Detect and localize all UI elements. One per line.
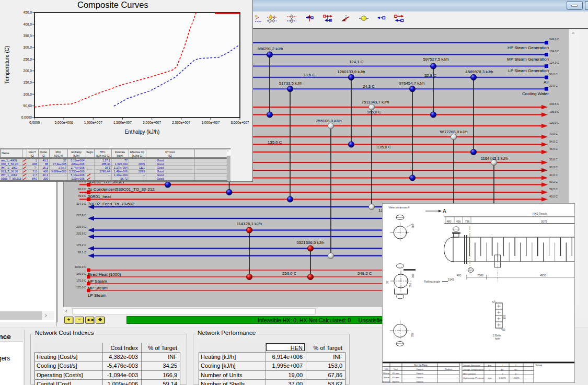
svg-text:0,0000: 0,0000 [21,115,32,119]
svg-text:Vapour: Vapour [416,372,423,375]
svg-text:70E02_Feed_To_70-502: 70E02_Feed_To_70-502 [88,202,135,206]
svg-text:100: 100 [384,368,388,370]
svg-text:90,0 C: 90,0 C [549,73,558,76]
svg-text:209,9 C: 209,9 C [76,225,86,228]
svg-text:Design Temperature: Design Temperature [463,368,484,371]
svg-text:33,6 C: 33,6 C [303,73,315,77]
svg-text:Cooling Water: Cooling Water [522,91,549,96]
svg-text:45 mm: 45 mm [392,372,399,375]
svg-text:59,5 C: 59,5 C [549,188,558,191]
svg-text:30°: 30° [501,368,504,371]
svg-text:MP Steam: MP Steam [88,286,108,290]
svg-text:HP Steam Generation: HP Steam Generation [508,45,549,50]
svg-text:View on arrow A: View on arrow A [388,206,410,209]
svg-text:Vapour: Vapour [416,376,423,379]
svg-text:Wanne: Wanne [392,380,399,383]
svg-text:51733,5 kJ/h: 51733,5 kJ/h [279,81,303,86]
svg-text:Air: Air [544,80,549,85]
svg-text:1,5075: 1,5075 [512,377,520,379]
svg-text:Vapour: Vapour [416,368,423,370]
svg-text:Fired Heat (1000): Fired Heat (1000) [88,272,121,277]
svg-text:896291,2 kJ/h: 896291,2 kJ/h [258,46,283,51]
svg-text:20R01_heat: 20R01_heat [88,194,111,199]
svg-text:4950: 4950 [540,274,546,277]
svg-text:125,0 C: 125,0 C [76,286,86,289]
svg-text:LP Steam: LP Steam [88,293,107,298]
svg-text:300,0: 300,0 [23,45,32,49]
svg-text:350: 350 [411,332,414,337]
svg-text:To Condenser@30C01_TO_30-212: To Condenser@30C01_TO_30-212 [88,187,155,192]
svg-text:227,9 C: 227,9 C [76,214,86,217]
svg-text:7500: 7500 [477,274,483,277]
svg-text:135,0 C: 135,0 C [377,145,391,149]
svg-text:Vapour: Vapour [416,380,423,383]
svg-text:736: 736 [465,220,470,223]
svg-text:360: 360 [411,224,414,228]
svg-text:3,000e+007: 3,000e+007 [201,121,220,124]
svg-text:40,0 C: 40,0 C [549,195,558,198]
svg-text:165,0 C: 165,0 C [367,110,382,114]
svg-text:70,0 C: 70,0 C [549,132,558,135]
svg-text:124,1 C: 124,1 C [349,60,364,64]
svg-text:449,5 C: 449,5 C [549,102,559,106]
svg-text:Enthalpy (kJ/h): Enthalpy (kJ/h) [125,129,160,135]
svg-text:150,0: 150,0 [23,80,32,84]
svg-text:Temperature (C): Temperature (C) [4,46,10,84]
svg-text:32,8 C: 32,8 C [424,73,436,78]
svg-text:Notes: Notes [536,364,543,367]
svg-text:*50: *50 [501,328,505,331]
svg-text:250,0: 250,0 [23,57,32,61]
svg-text:49,9 C: 49,9 C [78,194,86,197]
svg-text:Vert: Vert [394,368,398,370]
svg-text:Manual: Manual [383,380,390,383]
svg-text:50,0 C: 50,0 C [549,158,558,161]
svg-text:0,0000: 0,0000 [29,121,40,124]
svg-text:495: 495 [457,274,462,277]
svg-text:A: A [443,208,446,214]
svg-text:7511343,7 kJ/h: 7511343,7 kJ/h [362,100,389,104]
svg-text:400,0: 400,0 [23,22,32,26]
svg-text:30: 30 [386,281,389,284]
svg-text:90,3 C: 90,3 C [549,166,558,169]
svg-text:100,0: 100,0 [23,92,32,96]
svg-text:90,0 C: 90,0 C [78,188,86,191]
svg-text:2: 2 [502,372,503,375]
svg-text:60,2 C: 60,2 C [549,180,558,183]
svg-text:20mm: 20mm [383,376,390,379]
svg-text:Min Content: Min Content [463,372,476,375]
svg-text:5145: 5145 [448,278,454,281]
svg-text:250,0 C: 250,0 C [282,271,297,276]
svg-text:HP Steam: HP Steam [88,279,107,284]
svg-text:1,500e+007: 1,500e+007 [113,121,132,124]
svg-text:175,0 C: 175,0 C [76,279,86,282]
svg-text:205,9 C: 205,9 C [76,232,86,235]
svg-text:45 mm: 45 mm [392,376,399,379]
svg-text:120,0 C: 120,0 C [549,121,559,124]
svg-text:mm: mm [488,377,492,379]
svg-text:Rolling angle: Rolling angle [424,280,440,283]
svg-text:50,00: 50,00 [23,104,32,108]
svg-text:114126,1 kJ/h: 114126,1 kJ/h [237,221,262,226]
svg-text:80mm: 80mm [383,372,390,375]
svg-text:3,500e+007: 3,500e+007 [230,121,249,124]
svg-text:350: 350 [409,283,412,287]
svg-text:1,000e+007: 1,000e+007 [84,121,102,124]
svg-text:HXS Result: HXS Result [533,212,547,215]
svg-text:249,0 C: 249,0 C [549,38,559,41]
svg-text:94,0 C: 94,0 C [549,140,558,143]
svg-text:360: 360 [411,273,414,278]
svg-text:175,2 C: 175,2 C [76,243,86,247]
svg-text:350,0: 350,0 [23,34,32,38]
svg-text:hole: hole [495,337,500,340]
svg-text:456: 456 [456,220,461,223]
svg-text:976454,7 kJ/h: 976454,7 kJ/h [399,81,425,86]
svg-text:450,0: 450,0 [23,10,32,14]
svg-text:LP Steam Generation: LP Steam Generation [508,68,549,73]
svg-text:2,500e+007: 2,500e+007 [172,121,190,124]
svg-text:1,5075: 1,5075 [499,377,506,379]
svg-text:255108,0 kJ/h: 255108,0 kJ/h [316,119,342,123]
svg-text:2,000e+007: 2,000e+007 [143,121,161,124]
svg-text:5677268,8 kJ/h: 5677268,8 kJ/h [440,130,467,134]
svg-text:314,0 C: 314,0 C [76,202,86,205]
svg-text:20,0 C: 20,0 C [549,84,558,87]
